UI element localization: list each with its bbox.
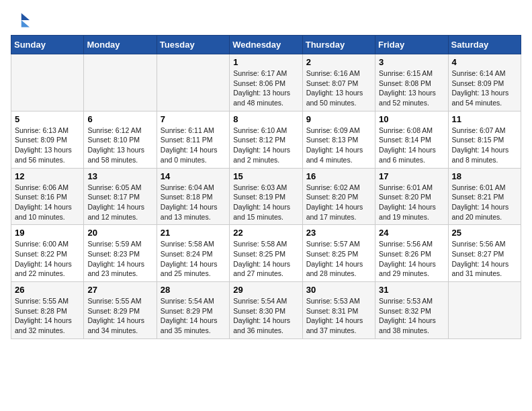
day-number: 1 [233,57,298,67]
cell-content: Sunrise: 6:07 AMSunset: 8:15 PMDaylight:… [452,126,517,165]
calendar-cell: 8Sunrise: 6:10 AMSunset: 8:12 PMDaylight… [230,111,302,168]
cell-content: Sunrise: 6:13 AMSunset: 8:09 PMDaylight:… [15,126,80,165]
calendar-cell: 14Sunrise: 6:04 AMSunset: 8:18 PMDayligh… [157,168,229,225]
calendar-cell: 7Sunrise: 6:11 AMSunset: 8:11 PMDaylight… [157,111,229,168]
calendar-cell: 22Sunrise: 5:58 AMSunset: 8:25 PMDayligh… [230,225,302,282]
calendar-cell: 31Sunrise: 5:53 AMSunset: 8:32 PMDayligh… [375,282,448,339]
cell-content: Sunrise: 5:55 AMSunset: 8:29 PMDaylight:… [87,296,152,336]
day-number: 31 [379,285,444,295]
day-number: 11 [452,114,517,124]
calendar-week: 19Sunrise: 6:00 AMSunset: 8:22 PMDayligh… [11,225,521,282]
calendar-cell: 3Sunrise: 6:15 AMSunset: 8:08 PMDaylight… [375,54,448,111]
day-number: 5 [15,114,80,124]
day-number: 9 [306,114,371,124]
calendar-cell: 28Sunrise: 5:54 AMSunset: 8:29 PMDayligh… [157,282,229,339]
day-number: 15 [233,171,298,181]
logo-icon [11,11,30,30]
day-number: 21 [161,228,226,238]
calendar-week: 1Sunrise: 6:17 AMSunset: 8:06 PMDaylight… [11,54,521,111]
weekday-header: Wednesday [230,36,302,54]
calendar-cell: 16Sunrise: 6:02 AMSunset: 8:20 PMDayligh… [302,168,375,225]
cell-content: Sunrise: 5:57 AMSunset: 8:25 PMDaylight:… [306,239,371,279]
cell-content: Sunrise: 6:14 AMSunset: 8:09 PMDaylight:… [452,68,517,108]
logo [11,11,32,30]
cell-content: Sunrise: 5:56 AMSunset: 8:27 PMDaylight:… [452,239,517,279]
cell-content: Sunrise: 6:03 AMSunset: 8:19 PMDaylight:… [233,183,298,222]
weekday-header: Monday [84,36,157,54]
calendar-body: 1Sunrise: 6:17 AMSunset: 8:06 PMDaylight… [11,54,521,339]
calendar-cell: 4Sunrise: 6:14 AMSunset: 8:09 PMDaylight… [448,54,521,111]
cell-content: Sunrise: 5:53 AMSunset: 8:32 PMDaylight:… [379,296,444,336]
calendar-cell: 24Sunrise: 5:56 AMSunset: 8:26 PMDayligh… [375,225,448,282]
cell-content: Sunrise: 6:01 AMSunset: 8:20 PMDaylight:… [379,183,444,222]
calendar-cell: 20Sunrise: 5:59 AMSunset: 8:23 PMDayligh… [84,225,157,282]
cell-content: Sunrise: 6:01 AMSunset: 8:21 PMDaylight:… [452,183,517,222]
calendar-cell: 29Sunrise: 5:54 AMSunset: 8:30 PMDayligh… [230,282,302,339]
day-number: 10 [379,114,444,124]
weekday-header: Tuesday [157,36,229,54]
calendar-cell: 19Sunrise: 6:00 AMSunset: 8:22 PMDayligh… [11,225,84,282]
cell-content: Sunrise: 5:54 AMSunset: 8:29 PMDaylight:… [161,296,226,336]
weekday-header: Saturday [448,36,521,54]
page-header [11,11,521,30]
cell-content: Sunrise: 6:05 AMSunset: 8:17 PMDaylight:… [87,183,152,222]
day-number: 30 [306,285,371,295]
day-number: 18 [452,171,517,181]
calendar-cell: 25Sunrise: 5:56 AMSunset: 8:27 PMDayligh… [448,225,521,282]
day-number: 13 [87,171,152,181]
weekday-header: Friday [375,36,448,54]
calendar-cell: 18Sunrise: 6:01 AMSunset: 8:21 PMDayligh… [448,168,521,225]
calendar-cell: 9Sunrise: 6:09 AMSunset: 8:13 PMDaylight… [302,111,375,168]
cell-content: Sunrise: 6:11 AMSunset: 8:11 PMDaylight:… [161,126,226,165]
cell-content: Sunrise: 5:58 AMSunset: 8:25 PMDaylight:… [233,239,298,279]
day-number: 26 [15,285,80,295]
calendar-week: 12Sunrise: 6:06 AMSunset: 8:16 PMDayligh… [11,168,521,225]
day-number: 19 [15,228,80,238]
calendar-week: 5Sunrise: 6:13 AMSunset: 8:09 PMDaylight… [11,111,521,168]
cell-content: Sunrise: 5:59 AMSunset: 8:23 PMDaylight:… [87,239,152,279]
day-number: 24 [379,228,444,238]
calendar-cell [448,282,521,339]
day-number: 16 [306,171,371,181]
weekday-header: Thursday [302,36,375,54]
day-number: 6 [87,114,152,124]
calendar-cell: 26Sunrise: 5:55 AMSunset: 8:28 PMDayligh… [11,282,84,339]
cell-content: Sunrise: 6:16 AMSunset: 8:07 PMDaylight:… [306,68,371,108]
svg-marker-0 [21,13,30,21]
calendar-cell [11,54,84,111]
day-number: 4 [452,57,517,67]
cell-content: Sunrise: 6:08 AMSunset: 8:14 PMDaylight:… [379,126,444,165]
calendar-cell: 5Sunrise: 6:13 AMSunset: 8:09 PMDaylight… [11,111,84,168]
calendar: SundayMondayTuesdayWednesdayThursdayFrid… [11,35,521,339]
cell-content: Sunrise: 6:06 AMSunset: 8:16 PMDaylight:… [15,183,80,222]
cell-content: Sunrise: 5:58 AMSunset: 8:24 PMDaylight:… [161,239,226,279]
day-number: 28 [161,285,226,295]
svg-marker-1 [21,20,30,28]
calendar-cell: 10Sunrise: 6:08 AMSunset: 8:14 PMDayligh… [375,111,448,168]
calendar-cell: 27Sunrise: 5:55 AMSunset: 8:29 PMDayligh… [84,282,157,339]
day-number: 27 [87,285,152,295]
cell-content: Sunrise: 5:53 AMSunset: 8:31 PMDaylight:… [306,296,371,336]
cell-content: Sunrise: 6:17 AMSunset: 8:06 PMDaylight:… [233,68,298,108]
weekday-header: Sunday [11,36,84,54]
day-number: 7 [161,114,226,124]
calendar-header: SundayMondayTuesdayWednesdayThursdayFrid… [11,36,521,54]
cell-content: Sunrise: 5:55 AMSunset: 8:28 PMDaylight:… [15,296,80,336]
calendar-cell: 1Sunrise: 6:17 AMSunset: 8:06 PMDaylight… [230,54,302,111]
calendar-cell: 12Sunrise: 6:06 AMSunset: 8:16 PMDayligh… [11,168,84,225]
cell-content: Sunrise: 6:12 AMSunset: 8:10 PMDaylight:… [87,126,152,165]
calendar-cell: 30Sunrise: 5:53 AMSunset: 8:31 PMDayligh… [302,282,375,339]
weekday-row: SundayMondayTuesdayWednesdayThursdayFrid… [11,36,521,54]
calendar-cell: 23Sunrise: 5:57 AMSunset: 8:25 PMDayligh… [302,225,375,282]
calendar-cell: 11Sunrise: 6:07 AMSunset: 8:15 PMDayligh… [448,111,521,168]
calendar-cell [84,54,157,111]
calendar-cell: 17Sunrise: 6:01 AMSunset: 8:20 PMDayligh… [375,168,448,225]
calendar-cell: 13Sunrise: 6:05 AMSunset: 8:17 PMDayligh… [84,168,157,225]
day-number: 14 [161,171,226,181]
day-number: 29 [233,285,298,295]
day-number: 2 [306,57,371,67]
cell-content: Sunrise: 5:56 AMSunset: 8:26 PMDaylight:… [379,239,444,279]
calendar-cell: 15Sunrise: 6:03 AMSunset: 8:19 PMDayligh… [230,168,302,225]
cell-content: Sunrise: 6:15 AMSunset: 8:08 PMDaylight:… [379,68,444,108]
day-number: 8 [233,114,298,124]
